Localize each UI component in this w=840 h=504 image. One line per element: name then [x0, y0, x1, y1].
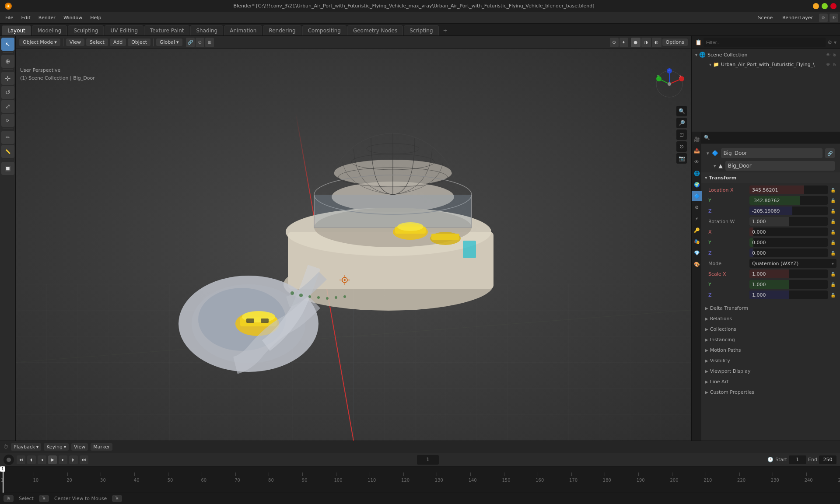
vp-add-btn[interactable]: Add [110, 38, 126, 46]
prop-line-art[interactable]: ▶ Line Art [701, 376, 840, 387]
prop-scale-y-value[interactable]: 1.000 [749, 280, 828, 289]
prop-loc-y-value[interactable]: -342.80762 [749, 196, 828, 205]
outliner-options-icon[interactable]: ▾ [834, 39, 836, 46]
tl-jump-end[interactable]: ⏭ [80, 455, 88, 464]
status-mouse-btn3[interactable]: 🖱 [112, 495, 122, 502]
vp-object-btn[interactable]: Object [128, 38, 150, 46]
prop-icon-object[interactable]: 🔷 [692, 191, 702, 201]
tl-play-btn[interactable]: ▶ [48, 455, 57, 464]
prop-icon-particles[interactable]: ⚡ [692, 214, 702, 224]
prop-rot-x-lock[interactable]: 🔒 [830, 228, 836, 235]
prop-rot-y-value[interactable]: 0.000 [749, 238, 828, 247]
vp-tool-zoom-out[interactable]: 🔎 [676, 118, 687, 128]
prop-motion-paths[interactable]: ▶ Motion Paths [701, 345, 840, 355]
vp-shader-material[interactable]: ◑ [641, 38, 651, 47]
close-btn[interactable] [830, 3, 836, 9]
prop-icon-output[interactable]: 📤 [692, 145, 702, 156]
tab-geometry-nodes[interactable]: Geometry Nodes [347, 25, 403, 35]
vp-xray-btn[interactable]: ▦ [205, 38, 214, 47]
tl-keying-btn[interactable]: Keying ▾ [44, 443, 69, 451]
tl-current-frame[interactable]: 1 [417, 455, 439, 465]
tl-jump-start[interactable]: ⏮ [17, 455, 25, 464]
tab-texture-paint[interactable]: Texture Paint [144, 25, 189, 35]
prop-scale-y-lock[interactable]: 🔒 [830, 281, 836, 288]
prop-icon-material[interactable]: 🎨 [692, 259, 702, 270]
vp-tool-camera[interactable]: 📷 [676, 153, 687, 164]
maximize-btn[interactable] [822, 3, 828, 9]
vp-tool-view-all[interactable]: ⊡ [676, 130, 687, 140]
tl-view-btn[interactable]: View [71, 443, 88, 451]
minimize-btn[interactable] [813, 3, 819, 9]
prop-visibility[interactable]: ▶ Visibility [701, 355, 840, 366]
prop-custom-properties[interactable]: ▶ Custom Properties [701, 387, 840, 397]
viewport-canvas[interactable]: User Perspective (1) Scene Collection | … [16, 49, 691, 441]
prop-rot-z-lock[interactable]: 🔒 [830, 249, 836, 256]
prop-icon-viewlayer[interactable]: 👁 [692, 157, 702, 167]
tab-rendering[interactable]: Rendering [263, 25, 301, 35]
prop-scale-x-lock[interactable]: 🔒 [830, 270, 836, 277]
prop-loc-x-lock[interactable]: 🔒 [830, 186, 836, 193]
vp-gizmo-icon[interactable]: ✦ [620, 38, 628, 47]
prop-delta-transform[interactable]: ▶ Delta Transform [701, 303, 840, 313]
menu-edit[interactable]: Edit [18, 14, 34, 21]
prop-rot-w-value[interactable]: 1.000 [749, 217, 828, 226]
timeline-track[interactable]: 1102030405060708090100110120130140150160… [0, 466, 840, 493]
prop-rot-w-lock[interactable]: 🔒 [830, 218, 836, 225]
tool-transform[interactable]: ⟳ [1, 114, 14, 127]
prop-loc-z-lock[interactable]: 🔒 [830, 207, 836, 214]
tab-layout[interactable]: Layout [2, 25, 31, 35]
tl-playback-btn[interactable]: Playback ▾ [11, 443, 41, 451]
tab-uv-editing[interactable]: UV Editing [105, 25, 144, 35]
prop-icon-render[interactable]: 🎥 [692, 134, 702, 144]
prop-transform-header[interactable]: ▾ Transform [701, 172, 840, 183]
prop-mesh-name-field[interactable]: Big_Door [725, 161, 835, 171]
tab-modeling[interactable]: Modeling [32, 25, 67, 35]
tl-prev-frame[interactable]: ⏴ [27, 455, 36, 464]
tl-next-frame[interactable]: ⏵ [69, 455, 78, 464]
vp-global-btn[interactable]: Global ▾ [156, 38, 182, 46]
menu-render[interactable]: Render [35, 14, 59, 21]
prop-loc-z-value[interactable]: -205.19089 [749, 206, 828, 215]
vp-shader-solid[interactable]: ● [631, 38, 640, 47]
prop-icon-physics[interactable]: 🔑 [692, 225, 702, 235]
prop-loc-x-value[interactable]: 345.56201 [749, 186, 828, 194]
status-mouse-btn[interactable]: 🖱 [4, 495, 14, 502]
prop-collections[interactable]: ▶ Collections [701, 324, 840, 334]
outliner-filter-icon[interactable]: ⚙ [827, 39, 832, 46]
viewport-gizmo[interactable]: X Y Z [652, 66, 687, 102]
vp-shader-render[interactable]: ◐ [652, 38, 662, 47]
prop-rot-z-value[interactable]: 0.000 [749, 248, 828, 257]
tab-shading[interactable]: Shading [190, 25, 223, 35]
tab-animation[interactable]: Animation [224, 25, 262, 35]
tool-add-cube[interactable]: 🔲 [1, 162, 14, 175]
vp-tool-zoom-in[interactable]: 🔍 [676, 106, 687, 116]
prop-rot-y-lock[interactable]: 🔒 [830, 239, 836, 246]
status-mouse-btn2[interactable]: 🖱 [39, 495, 49, 502]
vp-overlay-icon[interactable]: ⊙ [610, 38, 619, 47]
vp-object-mode[interactable]: Object Mode ▾ [19, 38, 60, 46]
prop-icon-scene[interactable]: 🌐 [692, 168, 702, 178]
tl-start-input[interactable]: 1 [789, 455, 806, 464]
tab-sculpting[interactable]: Sculpting [68, 25, 104, 35]
vp-view-btn[interactable]: View [66, 38, 84, 46]
prop-rot-x-value[interactable]: 0.000 [749, 228, 828, 236]
prop-icon-world[interactable]: 🌍 [692, 179, 702, 190]
prop-loc-y-lock[interactable]: 🔒 [830, 197, 836, 204]
vp-snap-btn[interactable]: 🔗 [186, 38, 195, 47]
prop-mode-dropdown[interactable]: Quaternion (WXYZ) ▾ [749, 259, 836, 268]
vp-select-btn[interactable]: Select [86, 38, 108, 46]
menu-window[interactable]: Window [60, 14, 86, 21]
outliner-search[interactable] [704, 38, 826, 47]
header-icon-2[interactable]: 👁 [830, 14, 838, 22]
tab-compositing[interactable]: Compositing [302, 25, 346, 35]
tl-marker-btn[interactable]: Marker [91, 443, 112, 451]
prop-icon-data[interactable]: 💎 [692, 248, 702, 258]
prop-viewport-display[interactable]: ▶ Viewport Display [701, 366, 840, 376]
prop-link-icon[interactable]: 🔗 [825, 148, 835, 158]
vp-options-btn[interactable]: Options [662, 38, 688, 46]
prop-object-name-field[interactable]: Big_Door [721, 148, 822, 158]
header-icon-1[interactable]: ⚙ [819, 14, 828, 22]
tool-annotate[interactable]: ✏ [1, 131, 14, 144]
tool-cursor[interactable]: ⊕ [1, 55, 14, 68]
prop-relations[interactable]: ▶ Relations [701, 313, 840, 324]
